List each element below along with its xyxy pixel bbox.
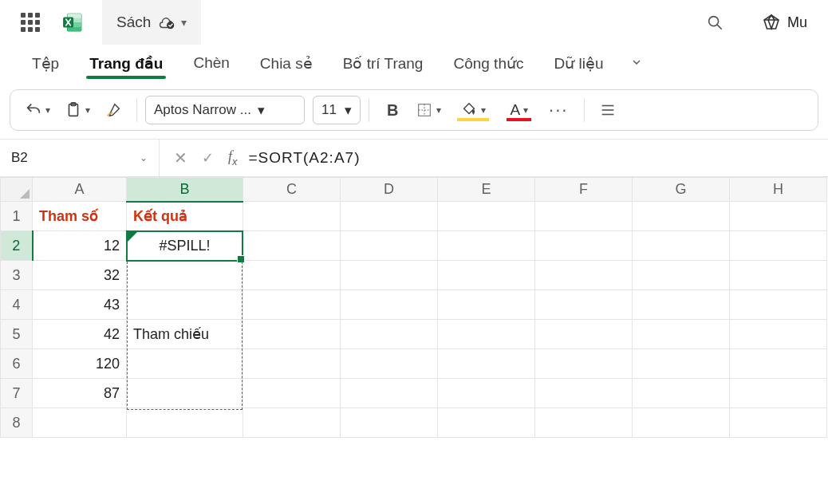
chevron-down-icon: ▾ [258, 102, 265, 119]
document-title-area[interactable]: Sách ▾ [102, 0, 201, 45]
tab-home[interactable]: Trang đầu [75, 46, 177, 82]
bold-button[interactable]: B [377, 94, 408, 126]
col-header-F[interactable]: F [535, 178, 633, 202]
chevron-down-icon: ▾ [481, 104, 486, 116]
col-header-B[interactable]: B [127, 178, 243, 202]
font-size-value: 11 [321, 102, 337, 118]
cell[interactable]: 42 [33, 320, 127, 349]
chevron-down-icon: ▾ [85, 104, 90, 116]
cell[interactable]: 12 [33, 231, 127, 261]
formula-accept-icon[interactable]: ✓ [202, 149, 214, 167]
align-button[interactable] [593, 94, 623, 126]
cell[interactable]: Tham số [33, 202, 127, 231]
svg-point-6 [167, 22, 174, 29]
document-name: Sách [116, 14, 151, 31]
formula-bar: B2 ⌄ ✕ ✓ fx =SORT(A2:A7) [0, 139, 828, 177]
undo-button[interactable]: ▾ [18, 94, 57, 126]
tab-data[interactable]: Dữ liệu [539, 46, 617, 82]
cell[interactable]: Kết quả [127, 202, 243, 231]
premium-button[interactable]: Mu [762, 13, 807, 32]
col-header-H[interactable]: H [730, 178, 827, 202]
font-size-select[interactable]: 11 ▾ [313, 96, 361, 124]
chevron-down-icon: ▾ [345, 102, 352, 119]
name-box[interactable]: B2 ⌄ [0, 140, 160, 176]
cell[interactable]: Tham chiếu [127, 320, 243, 349]
borders-button[interactable]: ▾ [409, 94, 448, 126]
col-header-D[interactable]: D [341, 178, 438, 202]
cell[interactable]: 43 [33, 290, 127, 320]
more-font-options-button[interactable]: ··· [541, 94, 576, 126]
col-header-E[interactable]: E [438, 178, 535, 202]
premium-label: Mu [787, 14, 807, 31]
tab-page-layout[interactable]: Bố trí Trang [329, 46, 438, 82]
chevron-down-icon: ▾ [181, 16, 187, 29]
row-header[interactable]: 8 [1, 408, 33, 438]
fx-icon[interactable]: fx [228, 148, 238, 167]
cloud-sync-icon [159, 14, 176, 31]
cell[interactable]: 120 [33, 349, 127, 379]
row-header[interactable]: 5 [1, 320, 33, 349]
excel-app-icon [62, 12, 83, 33]
row-header[interactable]: 3 [1, 261, 33, 290]
format-painter-button[interactable] [98, 94, 128, 126]
cell[interactable]: 32 [33, 261, 127, 290]
svg-line-8 [717, 25, 721, 29]
app-launcher-icon[interactable] [21, 13, 40, 32]
row-header[interactable]: 4 [1, 290, 33, 320]
tab-share[interactable]: Chia sẻ [246, 46, 327, 82]
font-name-value: Aptos Narrow ... [154, 102, 251, 118]
formula-cancel-icon[interactable]: ✕ [174, 148, 187, 167]
font-name-select[interactable]: Aptos Narrow ... ▾ [145, 96, 305, 124]
row-header[interactable]: 6 [1, 349, 33, 379]
error-corner-icon [128, 232, 137, 242]
paste-button[interactable]: ▾ [58, 94, 97, 126]
fill-color-button[interactable]: ▾ [449, 94, 497, 126]
ribbon-tabs: Tệp Trang đầu Chèn Chia sẻ Bố trí Trang … [0, 45, 828, 83]
select-all-corner[interactable] [1, 178, 33, 202]
name-box-value: B2 [11, 150, 28, 166]
chevron-down-icon: ▾ [436, 104, 441, 116]
tabs-overflow-icon[interactable] [619, 48, 654, 80]
col-header-C[interactable]: C [243, 178, 341, 202]
spreadsheet-grid[interactable]: A B C D E F G H 1 Tham số Kết quả 2 12 #… [0, 177, 828, 438]
col-header-A[interactable]: A [33, 178, 127, 202]
chevron-down-icon: ⌄ [140, 152, 148, 163]
chevron-down-icon: ▾ [523, 104, 528, 116]
cell[interactable]: #SPILL! [127, 231, 243, 261]
formula-input[interactable]: =SORT(A2:A7) [249, 149, 361, 167]
col-header-G[interactable]: G [633, 178, 730, 202]
tab-formulas[interactable]: Công thức [439, 46, 538, 82]
tab-insert[interactable]: Chèn [179, 46, 243, 81]
cell[interactable]: 87 [33, 379, 127, 408]
font-color-button[interactable]: A ▾ [499, 94, 539, 126]
chevron-down-icon: ▾ [45, 104, 50, 116]
row-header[interactable]: 1 [1, 202, 33, 231]
search-icon[interactable] [706, 14, 724, 31]
tab-file[interactable]: Tệp [18, 46, 73, 82]
home-toolbar: ▾ ▾ Aptos Narrow ... ▾ 11 ▾ B ▾ ▾ A ▾ ··… [10, 89, 818, 131]
row-header[interactable]: 7 [1, 379, 33, 408]
row-header[interactable]: 2 [1, 231, 33, 261]
